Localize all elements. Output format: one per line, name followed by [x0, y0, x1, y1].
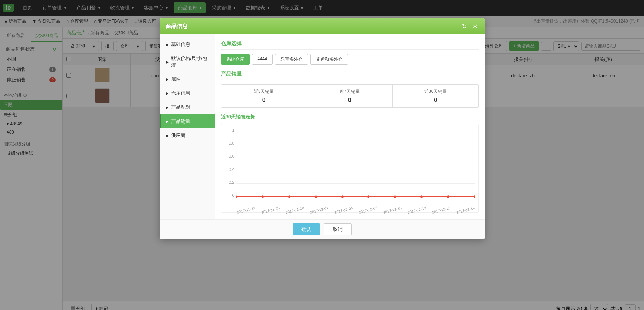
warehouse-tabs: 系统仓库 4444 乐宝海外仓 艾姆勒海外仓: [221, 54, 479, 65]
sales-section-title: 产品销量: [221, 71, 479, 80]
stat-7days-label: 近7天销量: [311, 88, 389, 95]
warehouse-tab-lebao[interactable]: 乐宝海外仓: [275, 54, 308, 65]
dialog-sidebar: ▶ 基础信息 ▶ 默认价格/尺寸/包装 ▶ 属性 ▶ 仓库信息 ▶ 产品配对 ▶…: [160, 34, 215, 219]
dialog-content: 仓库选择 系统仓库 4444 乐宝海外仓 艾姆勒海外仓 产品销量 近3天销量 0…: [215, 34, 485, 219]
grid-line-6: [236, 198, 475, 198]
stat-7days-value: 0: [311, 97, 389, 104]
chart-y-axis: 1 0.8 0.6 0.4 0.2 0: [221, 128, 236, 198]
dialog-header: 商品信息 ↻ ✕: [160, 18, 485, 34]
svg-point-4: [315, 195, 317, 198]
overlay[interactable]: 商品信息 ↻ ✕ ▶ 基础信息 ▶ 默认价格/尺寸/包装 ▶ 属性 ▶ 仓库信息: [0, 0, 644, 310]
svg-point-7: [394, 195, 396, 198]
stat-7days: 近7天销量 0: [307, 85, 393, 107]
chart-title: 近30天销售走势: [221, 114, 479, 120]
confirm-button[interactable]: 确认: [293, 223, 320, 235]
chart-svg: [236, 128, 475, 198]
cancel-button[interactable]: 取消: [324, 223, 352, 235]
y-label-08: 0.8: [229, 141, 234, 145]
svg-point-5: [341, 195, 344, 198]
menu-warehouse-info[interactable]: ▶ 仓库信息: [160, 86, 215, 100]
dialog-footer: 确认 取消: [160, 219, 485, 239]
chart-x-axis: 2017-11-22 2017-11-25 2017-11-28 2017-12…: [236, 208, 475, 212]
svg-point-2: [262, 195, 264, 198]
chart-plot-area: [236, 128, 475, 198]
menu-price-size[interactable]: ▶ 默认价格/尺寸/包装: [160, 51, 215, 72]
x-label-1219: 2017-12-19: [456, 206, 475, 215]
warehouse-tab-4444[interactable]: 4444: [252, 54, 273, 65]
x-label-1216: 2017-12-16: [432, 206, 451, 215]
svg-point-3: [288, 195, 290, 198]
warehouse-tab-system[interactable]: 系统仓库: [221, 54, 250, 65]
dialog-body: ▶ 基础信息 ▶ 默认价格/尺寸/包装 ▶ 属性 ▶ 仓库信息 ▶ 产品配对 ▶…: [160, 34, 485, 219]
warehouse-section-title: 仓库选择: [221, 40, 479, 50]
y-label-02: 0.2: [229, 180, 234, 185]
dialog-header-actions: ↻ ✕: [460, 22, 479, 31]
menu-product-match[interactable]: ▶ 产品配对: [160, 100, 215, 114]
sales-chart: 1 0.8 0.6 0.4 0.2 0: [221, 124, 479, 213]
x-label-1125: 2017-11-25: [260, 206, 280, 215]
stat-30days-label: 近30天销量: [396, 88, 474, 95]
svg-point-9: [447, 195, 449, 198]
menu-attributes[interactable]: ▶ 属性: [160, 72, 215, 86]
warehouse-tab-aimer[interactable]: 艾姆勒海外仓: [310, 54, 348, 65]
x-label-1201: 2017-12-01: [310, 206, 329, 215]
dialog-close-btn[interactable]: ✕: [471, 22, 479, 31]
stat-3days-value: 0: [225, 97, 303, 104]
stat-30days-value: 0: [396, 97, 474, 104]
x-label-1213: 2017-12-13: [407, 206, 426, 215]
stat-30days: 近30天销量 0: [393, 85, 478, 107]
menu-supplier[interactable]: ▶ 供应商: [160, 128, 215, 142]
svg-point-1: [236, 195, 237, 198]
dialog-title: 商品信息: [166, 23, 188, 30]
stat-3days-label: 近3天销量: [225, 88, 303, 95]
x-label-1210: 2017-12-10: [383, 206, 402, 215]
y-label-1: 1: [232, 128, 234, 132]
x-label-1122: 2017-11-22: [236, 206, 255, 215]
stat-3days: 近3天销量 0: [221, 85, 307, 107]
menu-basic-info[interactable]: ▶ 基础信息: [160, 37, 215, 51]
y-label-06: 0.6: [229, 154, 234, 158]
svg-point-10: [474, 195, 475, 198]
y-label-0: 0: [232, 193, 234, 198]
x-label-1204: 2017-12-04: [334, 206, 353, 215]
sales-stats: 近3天销量 0 近7天销量 0 近30天销量 0: [221, 84, 479, 108]
svg-point-8: [420, 195, 423, 198]
svg-point-6: [367, 195, 369, 198]
x-label-1128: 2017-11-28: [285, 206, 304, 215]
menu-product-sales[interactable]: ▶ 产品销量: [160, 114, 215, 128]
y-label-04: 0.4: [229, 167, 234, 172]
product-info-dialog: 商品信息 ↻ ✕ ▶ 基础信息 ▶ 默认价格/尺寸/包装 ▶ 属性 ▶ 仓库信息: [160, 18, 485, 239]
x-label-1207: 2017-12-07: [358, 206, 378, 215]
dialog-refresh-btn[interactable]: ↻: [460, 22, 468, 31]
